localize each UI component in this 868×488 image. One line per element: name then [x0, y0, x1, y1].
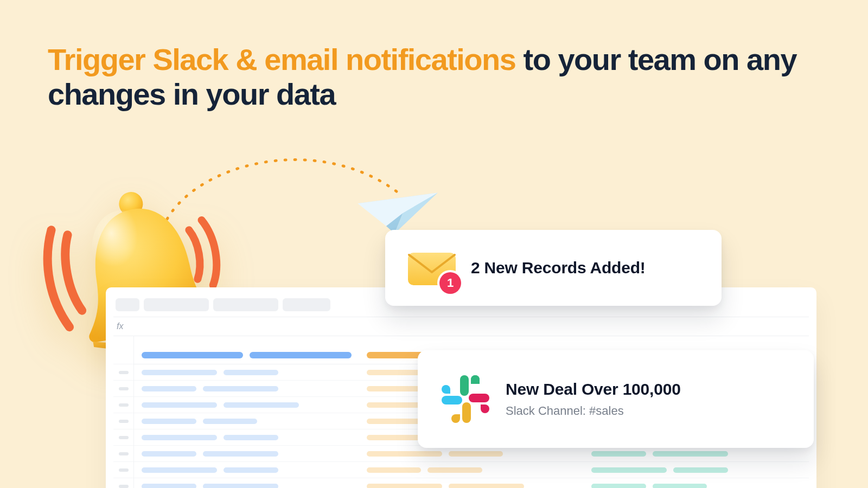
svg-rect-23	[462, 402, 471, 423]
row-gutter	[113, 336, 134, 488]
page-headline: Trigger Slack & email notifications to y…	[48, 42, 820, 112]
paper-plane-icon	[353, 174, 439, 239]
envelope-icon: 1	[407, 247, 457, 288]
svg-rect-28	[446, 389, 450, 394]
slack-notification-card: New Deal Over 100,000 Slack Channel: #sa…	[418, 350, 814, 448]
svg-rect-22	[481, 404, 485, 409]
formula-bar: fx	[113, 317, 809, 336]
svg-rect-25	[456, 414, 460, 419]
sheet-tab	[116, 298, 139, 311]
email-notification-card: 1 2 New Records Added!	[385, 230, 722, 306]
sheet-tab	[144, 298, 209, 311]
fx-label: fx	[117, 322, 123, 331]
svg-rect-17	[460, 375, 469, 396]
slack-card-title: New Deal Over 100,000	[506, 380, 681, 399]
svg-rect-20	[469, 394, 489, 402]
slack-icon	[439, 373, 492, 425]
sheet-tab	[213, 298, 278, 311]
notification-count-badge: 1	[439, 272, 461, 294]
email-card-title: 2 New Records Added!	[471, 259, 646, 277]
svg-rect-19	[471, 380, 475, 384]
column-group-blue	[134, 336, 359, 488]
slack-card-subtitle: Slack Channel: #sales	[506, 404, 681, 418]
headline-accent: Trigger Slack & email notifications	[48, 42, 515, 76]
svg-rect-26	[442, 396, 462, 404]
sheet-tab	[283, 298, 330, 311]
